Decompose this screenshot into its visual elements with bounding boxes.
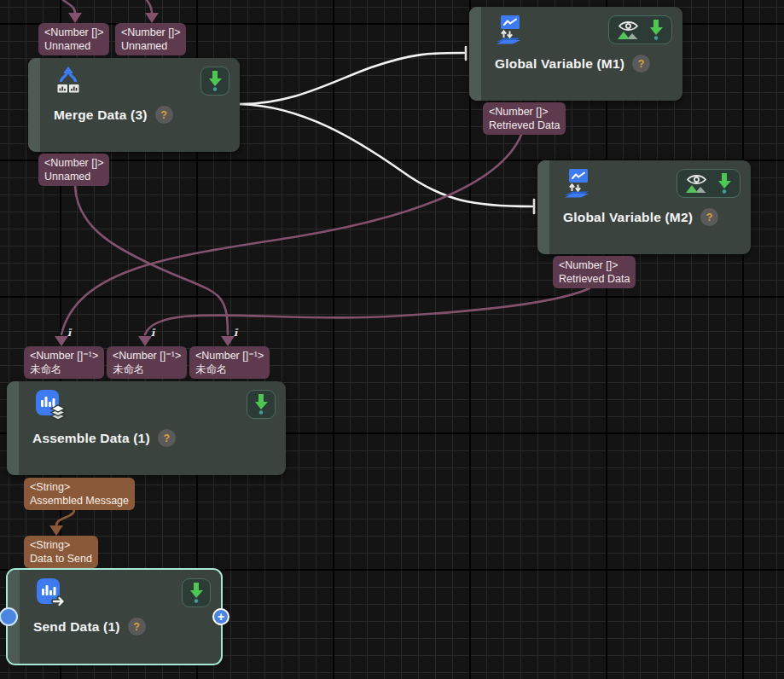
global-variable-icon [495, 15, 526, 50]
help-badge[interactable]: ? [155, 106, 173, 124]
help-badge[interactable]: ? [632, 55, 650, 73]
node-assemble-data[interactable]: Assemble Data (1) ? [7, 381, 286, 475]
node-send-data[interactable]: Send Data (1) ? [8, 570, 221, 664]
port-type: <Number []> [489, 105, 560, 119]
port-assemble-input-1[interactable]: <Number []⁼¹> 未命名 [24, 346, 104, 379]
port-type: <Number []> [44, 26, 103, 39]
arrowhead-assemble-in2 [138, 336, 152, 346]
port-gv1-output[interactable]: <Number []> Retrieved Data [483, 102, 566, 135]
edge-offscreen-to-merge-in1[interactable] [63, 0, 75, 14]
edge-assemble-to-send[interactable] [56, 510, 74, 525]
node-controls [677, 169, 740, 198]
merge-data-icon [54, 66, 83, 98]
port-type: <String> [30, 538, 92, 552]
download-icon [207, 70, 223, 92]
download-button[interactable] [717, 172, 732, 194]
download-icon [189, 582, 204, 604]
port-name: 未命名 [195, 363, 264, 376]
help-badge[interactable]: ? [128, 618, 146, 635]
edge-merge-out-to-assemble-in3[interactable] [75, 186, 228, 334]
node-title: Merge Data (3) [54, 107, 148, 123]
port-name: 未命名 [30, 363, 98, 376]
arrowhead-assemble-in3 [221, 336, 235, 346]
download-icon [253, 393, 269, 415]
node-global-variable-m2[interactable]: Global Variable (M2) ? [537, 160, 751, 254]
port-type: <Number []> [559, 258, 630, 272]
port-name: Data to Send [30, 552, 92, 566]
eye-preview-icon [617, 20, 640, 41]
help-badge[interactable]: ? [158, 429, 176, 447]
port-name: Unnamed [44, 170, 103, 183]
download-icon [648, 19, 664, 41]
node-controls [608, 15, 672, 44]
port-assemble-input-2[interactable]: <Number []⁼¹> 未命名 [107, 346, 187, 379]
download-button[interactable] [200, 67, 229, 96]
add-connection-handle[interactable]: + [212, 608, 229, 625]
assemble-data-icon [32, 389, 67, 425]
port-assemble-output[interactable]: <String> Assembled Message [24, 478, 135, 510]
port-type: <Number []⁼¹> [30, 349, 98, 363]
node-global-variable-m1[interactable]: Global Variable (M1) ? [469, 7, 682, 101]
port-name: 未命名 [113, 363, 181, 376]
visibility-button[interactable] [617, 20, 640, 41]
auto-convert-indicator: ī [234, 328, 237, 339]
node-grip [7, 381, 19, 475]
port-name: Unnamed [44, 39, 103, 53]
port-type: <Number []⁼¹> [195, 349, 264, 363]
global-variable-icon [563, 168, 594, 204]
node-title: Send Data (1) [33, 619, 120, 635]
node-title: Global Variable (M1) [495, 56, 624, 72]
auto-convert-indicator: ī [67, 328, 71, 339]
connection-handle-left[interactable] [0, 607, 18, 626]
port-merge-output[interactable]: <Number []> Unnamed [38, 154, 109, 186]
eye-preview-icon [685, 173, 708, 194]
edge-merge-to-gv1[interactable] [240, 53, 464, 104]
download-button[interactable] [247, 390, 276, 419]
download-button[interactable] [648, 19, 664, 41]
send-data-icon [33, 577, 67, 613]
port-name: Unnamed [121, 39, 180, 53]
edge-gv1-to-assemble-in1[interactable] [61, 135, 521, 334]
node-editor-canvas[interactable]: Merge Data (3) ? <Number []> Unnamed <Nu… [0, 0, 784, 679]
node-grip [28, 58, 40, 152]
port-name: Retrieved Data [559, 272, 630, 286]
port-gv2-output[interactable]: <Number []> Retrieved Data [553, 256, 636, 288]
port-name: Assembled Message [30, 494, 129, 508]
arrowhead-send-in [49, 525, 63, 536]
download-icon [717, 172, 732, 194]
visibility-button[interactable] [685, 173, 708, 194]
port-name: Retrieved Data [489, 119, 560, 132]
node-title: Global Variable (M2) [563, 210, 693, 225]
node-grip [469, 7, 481, 101]
arrowhead-merge-in2 [145, 13, 159, 23]
port-type: <Number []> [121, 26, 180, 39]
node-title: Assemble Data (1) [32, 431, 150, 446]
arrowhead-merge-in1 [68, 13, 82, 23]
port-assemble-input-3[interactable]: <Number []⁼¹> 未命名 [189, 346, 270, 379]
port-merge-input-2[interactable]: <Number []> Unnamed [115, 23, 186, 55]
arrowhead-assemble-in1 [55, 336, 68, 346]
node-merge-data[interactable]: Merge Data (3) ? [28, 58, 240, 152]
port-merge-input-1[interactable]: <Number []> Unnamed [38, 23, 109, 55]
node-grip [537, 160, 549, 254]
download-button[interactable] [182, 578, 211, 607]
auto-convert-indicator: ī [151, 328, 154, 339]
port-type: <Number []⁼¹> [113, 349, 181, 363]
edge-gv2-to-assemble-in2[interactable] [145, 288, 589, 334]
port-send-input[interactable]: <String> Data to Send [24, 536, 98, 568]
edge-offscreen-to-merge-in2[interactable] [147, 0, 152, 14]
port-type: <Number []> [44, 156, 103, 170]
port-type: <String> [30, 480, 129, 494]
help-badge[interactable]: ? [700, 208, 718, 226]
